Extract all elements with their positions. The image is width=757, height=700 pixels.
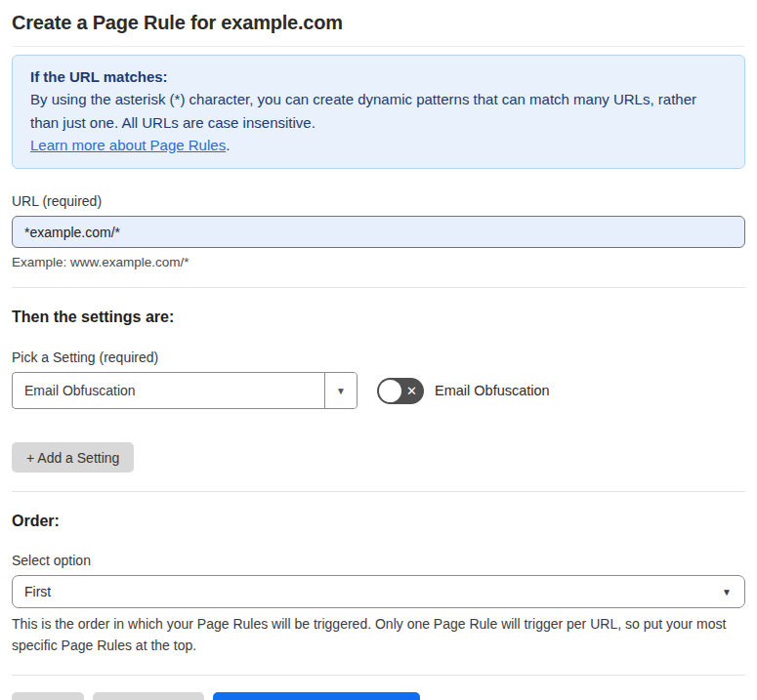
info-box-body: By using the asterisk (*) character, you… [30, 88, 727, 134]
order-section-heading: Order: [12, 513, 745, 530]
setting-row: Email Obfuscation ▼ ✕ Email Obfuscation [12, 372, 745, 409]
save-and-deploy-button[interactable]: Save and Deploy Page Rule [213, 692, 420, 700]
link-suffix: . [226, 137, 230, 153]
info-box-heading: If the URL matches: [30, 65, 727, 88]
toggle-off-x-icon: ✕ [406, 385, 417, 397]
divider [12, 675, 745, 676]
settings-section-heading: Then the settings are: [12, 309, 745, 326]
page-header: Create a Page Rule for example.com [12, 0, 745, 47]
save-as-draft-button[interactable]: Save as Draft [93, 692, 205, 700]
url-field-group: URL (required) Example: www.example.com/… [12, 193, 745, 269]
order-helper-text: This is the order in which your Page Rul… [12, 614, 745, 656]
order-select[interactable]: First ▼ [12, 575, 745, 608]
order-select-label: Select option [12, 553, 745, 568]
toggle-knob [379, 380, 401, 402]
add-setting-button[interactable]: + Add a Setting [12, 442, 134, 473]
info-box-link-line: Learn more about Page Rules. [30, 134, 727, 156]
email-obfuscation-toggle-group: ✕ Email Obfuscation [377, 378, 550, 404]
cancel-button[interactable]: Cancel [12, 692, 84, 700]
url-input[interactable] [12, 216, 745, 248]
learn-more-link[interactable]: Learn more about Page Rules [30, 137, 226, 153]
order-select-value: First [24, 584, 51, 599]
setting-select-arrow-button[interactable]: ▼ [324, 373, 357, 408]
url-example-helper: Example: www.example.com/* [12, 255, 745, 269]
setting-select[interactable]: Email Obfuscation ▼ [12, 372, 357, 409]
divider [12, 287, 745, 288]
email-obfuscation-toggle-label: Email Obfuscation [435, 383, 550, 398]
chevron-down-icon: ▼ [336, 386, 346, 396]
chevron-down-icon: ▼ [722, 587, 732, 597]
url-match-info-box: If the URL matches: By using the asteris… [12, 55, 745, 169]
email-obfuscation-toggle[interactable]: ✕ [377, 378, 424, 404]
url-field-label: URL (required) [12, 193, 745, 209]
setting-select-value: Email Obfuscation [13, 373, 324, 408]
divider [12, 491, 745, 492]
page-title: Create a Page Rule for example.com [12, 12, 745, 34]
footer-actions: Cancel Save as Draft Save and Deploy Pag… [12, 692, 745, 700]
create-page-rule-form: Create a Page Rule for example.com If th… [0, 0, 757, 700]
pick-setting-label: Pick a Setting (required) [12, 350, 745, 365]
